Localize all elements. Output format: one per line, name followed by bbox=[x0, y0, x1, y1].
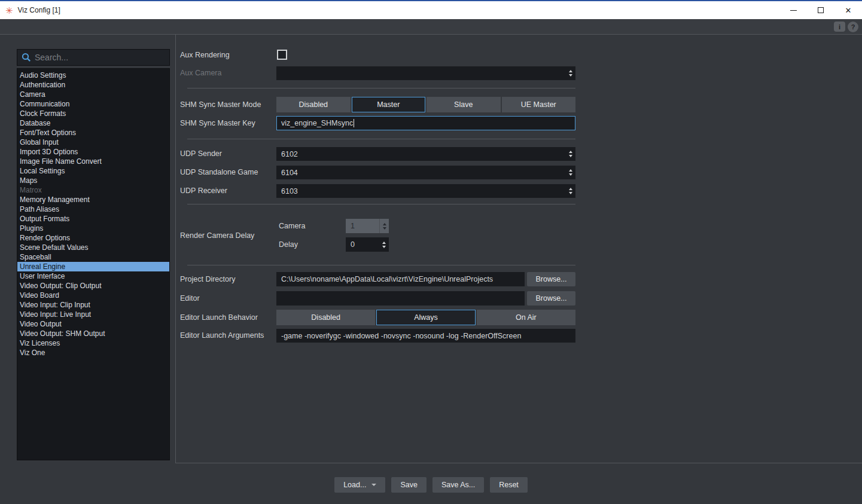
sidebar-item-global-input[interactable]: Global Input bbox=[17, 138, 169, 147]
sidebar-item-font-text-options[interactable]: Font/Text Options bbox=[17, 128, 169, 138]
sidebar-item-clock-formats[interactable]: Clock Formats bbox=[17, 109, 169, 118]
aux-camera-label: Aux Camera bbox=[180, 66, 221, 80]
separator bbox=[187, 139, 575, 139]
load-button-label: Load... bbox=[343, 481, 366, 489]
sidebar-item-scene-default-values[interactable]: Scene Default Values bbox=[17, 243, 169, 252]
sidebar-item-communication[interactable]: Communication bbox=[17, 99, 169, 109]
chevron-down-icon bbox=[371, 484, 376, 486]
udp-receiver-label: UDP Receiver bbox=[180, 184, 227, 198]
separator bbox=[187, 204, 575, 204]
udp-receiver-value: 6103 bbox=[276, 187, 566, 196]
shm-sync-master-key-input[interactable]: viz_engine_SHMsync bbox=[276, 116, 575, 130]
footer-actions: Load... Save Save As... Reset bbox=[0, 477, 862, 493]
editor-launch-behavior-group: DisabledAlwaysOn Air bbox=[276, 310, 575, 325]
sidebar-item-video-output[interactable]: Video Output bbox=[17, 319, 169, 329]
viz-config-window: ✳ Viz Config [1] ✕ i ? Audio SettingsAut… bbox=[0, 0, 862, 504]
window-title: Viz Config [1] bbox=[18, 6, 60, 14]
aux-camera-spinner[interactable] bbox=[276, 66, 575, 80]
project-directory-value: C:\Users\noname\AppData\Local\vizrt\VizE… bbox=[281, 275, 493, 283]
editor-launch-arguments-value: -game -noverifygc -windowed -novsync -no… bbox=[281, 332, 521, 340]
sidebar-item-maps[interactable]: Maps bbox=[17, 176, 169, 185]
sidebar-item-local-settings[interactable]: Local Settings bbox=[17, 166, 169, 176]
shm-sync-master-mode-group: DisabledMasterSlaveUE Master bbox=[276, 97, 575, 112]
minimize-icon bbox=[790, 10, 797, 11]
editor-launch-behavior-option-always[interactable]: Always bbox=[376, 310, 475, 325]
text-caret bbox=[354, 119, 354, 127]
sidebar-item-viz-licenses[interactable]: Viz Licenses bbox=[17, 338, 169, 348]
separator bbox=[187, 88, 575, 88]
sidebar-item-memory-management[interactable]: Memory Management bbox=[17, 195, 169, 204]
panel-bottom-border bbox=[175, 463, 862, 463]
aux-rendering-checkbox[interactable] bbox=[277, 50, 287, 60]
camera-spinner[interactable]: 1 bbox=[346, 219, 389, 233]
load-button[interactable]: Load... bbox=[334, 477, 385, 493]
editor-browse-button[interactable]: Browse... bbox=[527, 291, 575, 306]
sidebar-item-database[interactable]: Database bbox=[17, 118, 169, 128]
spinner-arrows[interactable] bbox=[566, 184, 575, 198]
editor-label: Editor bbox=[180, 291, 200, 306]
spinner-arrows[interactable] bbox=[566, 166, 575, 179]
titlebar: ✳ Viz Config [1] ✕ bbox=[0, 1, 862, 19]
sidebar-item-video-output-shm-output[interactable]: Video Output: SHM Output bbox=[17, 329, 169, 338]
udp-standalone-game-label: UDP Standalone Game bbox=[180, 166, 258, 179]
project-directory-input[interactable]: C:\Users\noname\AppData\Local\vizrt\VizE… bbox=[276, 272, 525, 286]
reset-button[interactable]: Reset bbox=[490, 477, 528, 493]
search-icon bbox=[22, 53, 31, 62]
shm-sync-master-mode-option-disabled[interactable]: Disabled bbox=[276, 97, 351, 112]
spinner-arrows[interactable] bbox=[566, 147, 575, 161]
sidebar-item-render-options[interactable]: Render Options bbox=[17, 233, 169, 243]
sidebar-item-camera[interactable]: Camera bbox=[17, 90, 169, 99]
render-camera-delay-label: Render Camera Delay bbox=[180, 219, 254, 252]
editor-input[interactable] bbox=[276, 291, 525, 306]
close-button[interactable]: ✕ bbox=[834, 1, 862, 19]
sidebar-item-viz-one[interactable]: Viz One bbox=[17, 348, 169, 358]
udp-receiver-spinner[interactable]: 6103 bbox=[276, 184, 575, 198]
minimize-button[interactable] bbox=[779, 1, 807, 19]
camera-label: Camera bbox=[279, 219, 305, 233]
sidebar-item-video-board[interactable]: Video Board bbox=[17, 291, 169, 300]
separator bbox=[187, 265, 575, 265]
sidebar-item-authentication[interactable]: Authentication bbox=[17, 80, 169, 90]
sidebar-item-output-formats[interactable]: Output Formats bbox=[17, 214, 169, 224]
maximize-icon bbox=[818, 7, 824, 13]
sidebar-item-video-output-clip-output[interactable]: Video Output: Clip Output bbox=[17, 281, 169, 291]
shm-sync-master-mode-option-ue-master[interactable]: UE Master bbox=[502, 97, 576, 112]
editor-launch-behavior-label: Editor Launch Behavior bbox=[180, 310, 258, 325]
sidebar-item-image-file-name-convert[interactable]: Image File Name Convert bbox=[17, 157, 169, 166]
editor-launch-behavior-option-disabled[interactable]: Disabled bbox=[276, 310, 375, 325]
editor-launch-arguments-input[interactable]: -game -noverifygc -windowed -novsync -no… bbox=[276, 329, 575, 343]
save-button[interactable]: Save bbox=[391, 477, 427, 493]
udp-standalone-game-spinner[interactable]: 6104 bbox=[276, 166, 575, 179]
sidebar-item-import-3d-options[interactable]: Import 3D Options bbox=[17, 147, 169, 157]
sidebar-item-unreal-engine[interactable]: Unreal Engine bbox=[17, 262, 169, 271]
search-box[interactable] bbox=[17, 49, 170, 66]
shm-sync-master-mode-option-master[interactable]: Master bbox=[352, 97, 426, 112]
shm-sync-master-mode-option-slave[interactable]: Slave bbox=[427, 97, 501, 112]
save-as-button[interactable]: Save As... bbox=[432, 477, 484, 493]
close-icon: ✕ bbox=[845, 7, 852, 14]
sidebar-item-spaceball[interactable]: Spaceball bbox=[17, 252, 169, 262]
search-input[interactable] bbox=[35, 53, 169, 62]
sidebar-item-audio-settings[interactable]: Audio Settings bbox=[17, 71, 169, 80]
sidebar-item-video-input-live-input[interactable]: Video Input: Live Input bbox=[17, 310, 169, 319]
spinner-arrows[interactable] bbox=[379, 237, 389, 252]
project-directory-browse-button[interactable]: Browse... bbox=[527, 272, 575, 286]
maximize-button[interactable] bbox=[807, 1, 834, 19]
help-icon[interactable]: ? bbox=[848, 22, 858, 32]
sidebar-item-plugins[interactable]: Plugins bbox=[17, 224, 169, 233]
delay-spinner[interactable]: 0 bbox=[346, 237, 389, 252]
sidebar-item-user-interface[interactable]: User Interface bbox=[17, 271, 169, 281]
editor-launch-behavior-option-on-air[interactable]: On Air bbox=[477, 310, 575, 325]
toolbar: i ? bbox=[0, 19, 862, 35]
spinner-arrows[interactable] bbox=[379, 219, 389, 233]
camera-value: 1 bbox=[346, 222, 379, 230]
info-icon[interactable]: i bbox=[834, 22, 845, 32]
udp-sender-spinner[interactable]: 6102 bbox=[276, 147, 575, 161]
sidebar-item-path-aliases[interactable]: Path Aliases bbox=[17, 204, 169, 214]
udp-standalone-game-value: 6104 bbox=[276, 169, 566, 177]
sidebar-item-matrox[interactable]: Matrox bbox=[17, 185, 169, 195]
project-directory-label: Project Directory bbox=[180, 272, 235, 286]
udp-sender-value: 6102 bbox=[276, 150, 566, 158]
spinner-arrows[interactable] bbox=[566, 66, 575, 80]
sidebar-item-video-input-clip-input[interactable]: Video Input: Clip Input bbox=[17, 300, 169, 310]
